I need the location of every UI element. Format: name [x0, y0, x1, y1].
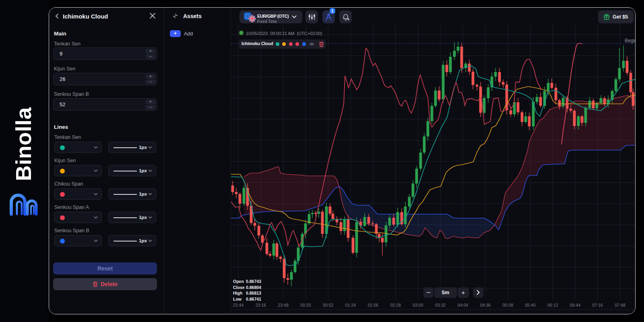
svg-text:07:48: 07:48: [615, 303, 625, 308]
svg-text:00:52: 00:52: [323, 303, 333, 308]
svg-text:02:28: 02:28: [390, 303, 400, 308]
svg-text:23:16: 23:16: [256, 303, 266, 308]
svg-text:0.86743: 0.86743: [246, 279, 261, 284]
svg-text:Begin: Begin: [625, 38, 636, 43]
svg-text:07:16: 07:16: [592, 303, 603, 308]
svg-text:05:08: 05:08: [502, 303, 513, 308]
svg-text:04:04: 04:04: [458, 303, 468, 308]
svg-text:22:44: 22:44: [233, 303, 244, 308]
svg-text:Close: Close: [233, 285, 245, 290]
svg-text:03:32: 03:32: [435, 303, 446, 308]
svg-text:04:36: 04:36: [480, 303, 491, 308]
svg-text:00:20: 00:20: [300, 303, 311, 308]
svg-text:23:48: 23:48: [278, 303, 288, 308]
svg-text:01:56: 01:56: [368, 303, 378, 308]
svg-text:05:40: 05:40: [525, 303, 535, 308]
svg-text:06:12: 06:12: [547, 303, 558, 308]
svg-text:0.86813: 0.86813: [246, 291, 261, 295]
svg-text:0.86741: 0.86741: [246, 297, 261, 301]
svg-text:0.86804: 0.86804: [246, 285, 261, 290]
svg-text:03:00: 03:00: [413, 303, 423, 308]
svg-text:06:44: 06:44: [570, 303, 580, 308]
svg-text:01:24: 01:24: [345, 303, 356, 308]
svg-text:Low: Low: [233, 297, 242, 301]
svg-text:High: High: [233, 291, 242, 295]
svg-text:Open: Open: [233, 279, 244, 284]
